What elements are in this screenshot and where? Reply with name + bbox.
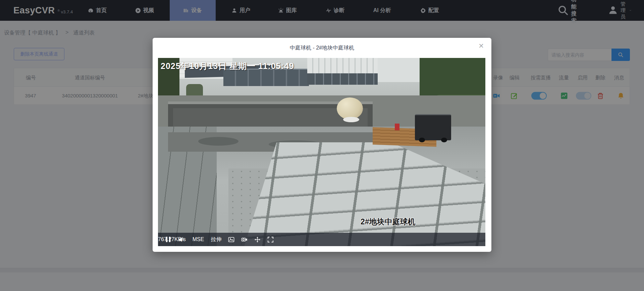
scene-red-sign [395, 124, 399, 130]
scene-sphere-base [343, 117, 359, 122]
player-control-bar: 767.27KB/s MSE 拉伸 [158, 233, 485, 246]
fullscreen-button[interactable] [267, 236, 274, 243]
scene-truck-wheel [441, 138, 447, 142]
live-view-dialog: 中庭球机 - 2#地块中庭球机 ✕ 2025年10月13日 星期一 11:05 [153, 38, 491, 252]
osd-timestamp: 2025年10月13日 星期一 11:05:49 [161, 61, 294, 72]
scene-wet-stain [198, 137, 238, 146]
stretch-toggle[interactable]: 拉伸 [211, 236, 221, 243]
bitrate-readout: 767.27KB/s [158, 236, 186, 242]
snapshot-button[interactable] [228, 236, 234, 243]
scene-sphere-sculpture [337, 97, 363, 120]
dialog-title: 中庭球机 - 2#地块中庭球机 [153, 45, 491, 52]
scene-building-right [378, 58, 421, 82]
ptz-pan-button[interactable] [254, 236, 261, 243]
live-video-frame[interactable]: 2025年10月13日 星期一 11:05:49 2#地块中庭球机 767.27… [158, 58, 485, 246]
scene-truck-wheel [419, 138, 425, 142]
dialog-close-button[interactable]: ✕ [478, 42, 484, 50]
protocol-switch[interactable]: MSE [193, 236, 204, 242]
scene-building-glass [307, 73, 378, 85]
scene-truck [415, 114, 451, 140]
osd-camera-label: 2#地块中庭球机 [361, 217, 416, 227]
record-button[interactable] [241, 236, 248, 243]
